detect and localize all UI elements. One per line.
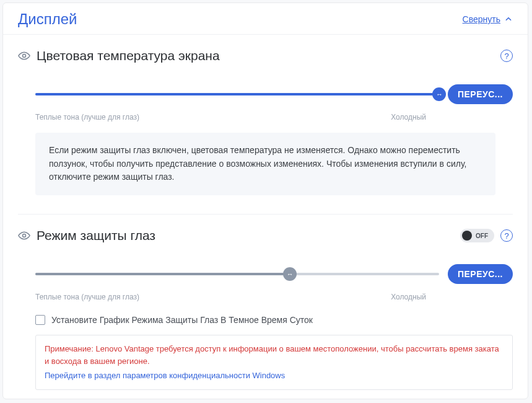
drag-arrows-icon: ↔ bbox=[436, 91, 442, 98]
color-temperature-section: Цветовая температура экрана ? ↔ ПЕРЕУС..… bbox=[3, 35, 528, 200]
display-settings-card: Дисплей Свернуть Цветовая температура эк… bbox=[2, 2, 528, 399]
section-head: Цветовая температура экрана ? bbox=[18, 48, 513, 63]
help-icon[interactable]: ? bbox=[500, 50, 513, 62]
checkbox-label: Установите График Режима Защиты Глаз В Т… bbox=[51, 315, 313, 325]
collapse-button[interactable]: Свернуть bbox=[463, 14, 513, 24]
slider-fill bbox=[35, 273, 290, 275]
toggle-knob bbox=[462, 231, 472, 241]
privacy-settings-link[interactable]: Перейдите в раздел параметров конфиденци… bbox=[45, 370, 285, 382]
slider-labels: Теплые тона (лучше для глаз) Холодный bbox=[18, 113, 513, 122]
schedule-checkbox-row: Установите График Режима Защиты Глаз В Т… bbox=[3, 306, 528, 325]
card-header: Дисплей Свернуть bbox=[3, 3, 528, 35]
note-warning: Примечание: Lenovo Vantage требуется дос… bbox=[45, 343, 504, 367]
card-title: Дисплей bbox=[18, 11, 77, 28]
help-icon[interactable]: ? bbox=[500, 229, 513, 242]
chevron-up-icon bbox=[504, 15, 513, 24]
slider-thumb[interactable]: ↔ bbox=[432, 87, 446, 101]
eye-care-toggle[interactable]: OFF bbox=[460, 229, 494, 242]
schedule-checkbox[interactable] bbox=[35, 315, 45, 325]
toggle-state-label: OFF bbox=[476, 232, 488, 239]
info-box: Если режим защиты глаз включен, цветовая… bbox=[35, 133, 495, 195]
cold-label: Холодный bbox=[391, 113, 426, 122]
eye-icon bbox=[18, 229, 30, 242]
eye-icon bbox=[18, 50, 30, 62]
section-title: Цветовая температура экрана bbox=[37, 48, 488, 63]
slider-row: ↔ ПЕРЕУС... bbox=[18, 264, 513, 284]
eye-care-section: Режим защиты глаз OFF ? ↔ ПЕРЕУС... bbox=[3, 215, 528, 306]
drag-arrows-icon: ↔ bbox=[287, 270, 293, 278]
reset-button[interactable]: ПЕРЕУС... bbox=[448, 84, 513, 104]
cold-label: Холодный bbox=[391, 293, 426, 301]
slider-track: ↔ bbox=[35, 93, 439, 95]
warm-label: Теплые тона (лучше для глаз) bbox=[35, 113, 139, 122]
slider-track: ↔ bbox=[35, 273, 439, 275]
svg-point-0 bbox=[23, 55, 26, 58]
warm-label: Теплые тона (лучше для глаз) bbox=[35, 293, 139, 301]
slider-labels: Теплые тона (лучше для глаз) Холодный bbox=[18, 293, 513, 301]
slider-row: ↔ ПЕРЕУС... bbox=[18, 84, 513, 104]
section-head: Режим защиты глаз OFF ? bbox=[18, 228, 513, 243]
eye-care-slider[interactable]: ↔ bbox=[35, 273, 439, 275]
slider-fill bbox=[35, 93, 439, 95]
slider-thumb[interactable]: ↔ bbox=[283, 267, 297, 281]
color-temp-slider[interactable]: ↔ bbox=[35, 93, 439, 95]
collapse-label: Свернуть bbox=[463, 14, 500, 24]
reset-button[interactable]: ПЕРЕУС... bbox=[448, 264, 513, 284]
svg-point-1 bbox=[23, 234, 26, 237]
section-title: Режим защиты глаз bbox=[37, 228, 454, 243]
note-box: Примечание: Lenovo Vantage требуется дос… bbox=[35, 335, 513, 390]
